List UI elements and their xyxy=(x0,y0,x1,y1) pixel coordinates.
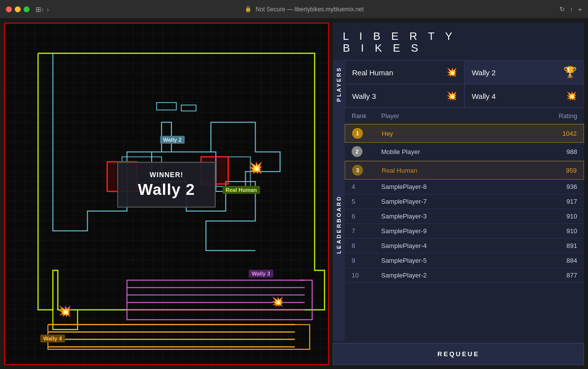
lb-row-9: 9 SamplePlayer-5 884 xyxy=(345,253,584,268)
rating-1: 1042 xyxy=(537,130,577,137)
player-name-wally4: Wally 4 xyxy=(472,92,496,100)
rating-8: 891 xyxy=(538,242,577,249)
player-cell-realhuman: Real Human 💥 xyxy=(345,61,464,84)
explosion-icon-wally3: 💥 xyxy=(446,91,457,101)
titlebar-left-icons: ⊞ xyxy=(35,5,41,13)
rating-2: 988 xyxy=(538,148,577,155)
rank-num-10: 10 xyxy=(352,272,381,279)
player-name-wally2: Wally 2 xyxy=(472,68,496,77)
url-bar: Not Secure — libertybikes.mybluemix.net xyxy=(256,6,363,13)
lb-row-4: 4 SamplePlayer-8 936 xyxy=(345,180,584,194)
rank-num-8: 8 xyxy=(352,242,381,249)
titlebar-right: ↻ ↑ + xyxy=(559,5,582,13)
rank-num-4: 4 xyxy=(352,183,381,190)
rating-10: 877 xyxy=(538,272,577,279)
players-section-label: PLAYERS xyxy=(333,61,345,108)
winner-name: Wally 2 xyxy=(138,181,195,199)
player-name-2: Mobile Player xyxy=(381,148,538,155)
lb-header: L I B E R T Y B I K E S xyxy=(333,23,584,61)
leaderboard-section-label: LEADERBOARD xyxy=(333,108,345,341)
rank-badge-1: 1 xyxy=(352,128,382,139)
lock-icon: 🔒 xyxy=(245,6,252,12)
rating-6: 910 xyxy=(538,213,577,220)
lb-row-5: 5 SamplePlayer-7 917 xyxy=(345,194,584,209)
app-title-line2: B I K E S xyxy=(343,42,574,54)
players-grid: Real Human 💥 Wally 2 🏆 Wally 3 💥 Wally 4… xyxy=(345,61,584,108)
game-area: 💥 💥 💥 WINNER! Wally 2 Wally 2 Real Human… xyxy=(4,23,329,365)
player-name-3: Real Human xyxy=(382,167,537,174)
col-player: Player xyxy=(381,112,538,120)
svg-text:💥: 💥 xyxy=(58,305,72,318)
reload-icon[interactable]: ↻ xyxy=(559,5,565,13)
lb-row-1: 1 Hey 1042 xyxy=(345,124,584,143)
lb-row-7: 7 SamplePlayer-9 910 xyxy=(345,224,584,239)
player-label-wally2: Wally 2 xyxy=(160,136,185,144)
player-name-4: SamplePlayer-8 xyxy=(381,183,538,190)
svg-rect-3 xyxy=(181,105,196,111)
lb-row-2: 2 Mobile Player 988 xyxy=(345,143,584,161)
player-cell-wally4: Wally 4 💥 xyxy=(464,84,584,108)
leaderboard-table: Rank Player Rating 1 Hey 1042 2 Mobile P… xyxy=(345,108,584,341)
rating-9: 884 xyxy=(538,257,577,264)
explosion-icon-wally4: 💥 xyxy=(566,91,577,101)
minimize-button[interactable] xyxy=(15,6,21,12)
titlebar: ⊞ ‹ › 🔒 Not Secure — libertybikes.myblue… xyxy=(0,0,588,19)
back-button[interactable]: ‹ xyxy=(41,5,44,13)
traffic-lights xyxy=(6,6,30,12)
rank-num-6: 6 xyxy=(352,213,381,220)
svg-rect-2 xyxy=(157,102,176,110)
player-name-9: SamplePlayer-5 xyxy=(381,257,538,264)
player-name-1: Hey xyxy=(382,130,537,137)
trophy-icon-wally2: 🏆 xyxy=(563,66,577,79)
player-label-wally4: Wally 4 xyxy=(40,335,65,342)
rating-4: 936 xyxy=(538,183,577,190)
player-name-realhuman: Real Human xyxy=(352,68,393,77)
share-icon[interactable]: ↑ xyxy=(570,5,573,13)
leaderboard-section: LEADERBOARD Rank Player Rating 1 Hey 104… xyxy=(333,108,584,341)
col-rating: Rating xyxy=(538,112,577,120)
svg-text:💥: 💥 xyxy=(248,160,263,175)
nav-arrows: ‹ › xyxy=(41,5,49,13)
winner-banner: WINNER! Wally 2 xyxy=(117,162,216,208)
leaderboard-header: Rank Player Rating xyxy=(345,108,584,124)
rating-3: 959 xyxy=(537,167,577,174)
rating-5: 917 xyxy=(538,198,577,205)
rank-badge-3: 3 xyxy=(352,165,382,176)
rank-num-7: 7 xyxy=(352,227,381,235)
player-label-realhuman: Real Human xyxy=(223,186,260,194)
player-name-6: SamplePlayer-3 xyxy=(381,213,538,220)
explosion-icon-realhuman: 💥 xyxy=(446,67,457,78)
sidebar-toggle-icon[interactable]: ⊞ xyxy=(35,5,41,13)
titlebar-center: 🔒 Not Secure — libertybikes.mybluemix.ne… xyxy=(49,6,559,13)
col-rank: Rank xyxy=(352,112,381,120)
app-title-line1: L I B E R T Y xyxy=(343,31,574,42)
rank-num-5: 5 xyxy=(352,198,381,205)
player-cell-wally3: Wally 3 💥 xyxy=(345,84,464,108)
right-panel: L I B E R T Y B I K E S PLAYERS Real Hum… xyxy=(333,23,584,365)
requeue-button[interactable]: REQUEUE xyxy=(333,343,584,365)
fullscreen-button[interactable] xyxy=(24,6,30,12)
rating-7: 910 xyxy=(538,227,577,235)
lb-row-10: 10 SamplePlayer-2 877 xyxy=(345,268,584,283)
players-section: PLAYERS Real Human 💥 Wally 2 🏆 Wally 3 💥 xyxy=(333,61,584,108)
player-name-8: SamplePlayer-4 xyxy=(381,242,538,249)
add-tab-icon[interactable]: + xyxy=(578,5,582,13)
lb-row-3: 3 Real Human 959 xyxy=(345,161,584,180)
lb-row-8: 8 SamplePlayer-4 891 xyxy=(345,239,584,253)
player-name-7: SamplePlayer-9 xyxy=(381,227,538,235)
player-name-wally3: Wally 3 xyxy=(352,92,376,100)
rank-num-9: 9 xyxy=(352,257,381,264)
player-name-10: SamplePlayer-2 xyxy=(381,272,538,279)
player-name-5: SamplePlayer-7 xyxy=(381,198,538,205)
main-content: 💥 💥 💥 WINNER! Wally 2 Wally 2 Real Human… xyxy=(0,19,588,369)
svg-text:💥: 💥 xyxy=(271,296,284,308)
winner-label: WINNER! xyxy=(138,171,195,179)
player-cell-wally2: Wally 2 🏆 xyxy=(464,61,584,84)
close-button[interactable] xyxy=(6,6,12,12)
rank-badge-2: 2 xyxy=(352,146,381,157)
player-label-wally3: Wally 3 xyxy=(249,270,273,277)
lb-row-6: 6 SamplePlayer-3 910 xyxy=(345,209,584,224)
